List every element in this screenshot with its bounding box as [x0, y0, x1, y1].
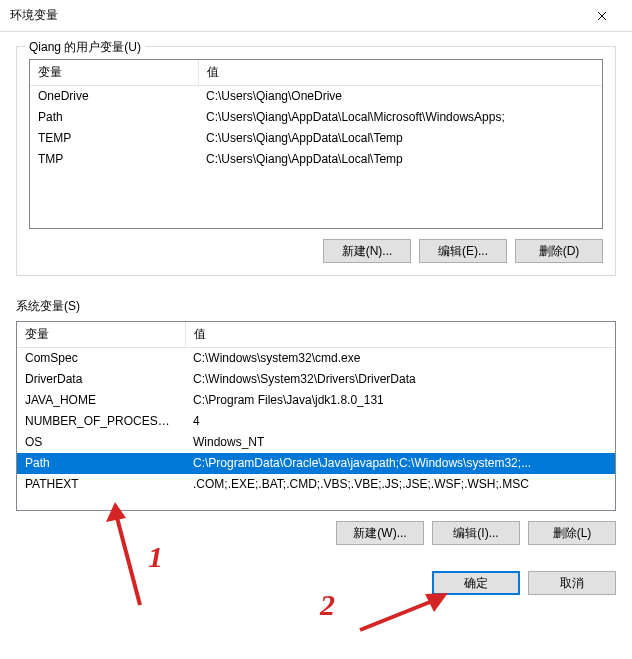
table-row[interactable]: ComSpecC:\Windows\system32\cmd.exe — [17, 348, 615, 370]
table-row[interactable]: OneDriveC:\Users\Qiang\OneDrive — [30, 86, 602, 108]
user-edit-button[interactable]: 编辑(E)... — [419, 239, 507, 263]
user-delete-button[interactable]: 删除(D) — [515, 239, 603, 263]
close-button[interactable] — [580, 0, 624, 31]
table-cell: TMP — [30, 149, 198, 170]
table-cell: TEMP — [30, 128, 198, 149]
user-vars-label: Qiang 的用户变量(U) — [25, 39, 145, 56]
col-header-value[interactable]: 值 — [185, 322, 615, 348]
system-edit-button[interactable]: 编辑(I)... — [432, 521, 520, 545]
table-cell: C:\Program Files\Java\jdk1.8.0_131 — [185, 390, 615, 411]
table-row[interactable]: PathC:\ProgramData\Oracle\Java\javapath;… — [17, 453, 615, 474]
table-row[interactable]: TEMPC:\Users\Qiang\AppData\Local\Temp — [30, 128, 602, 149]
svg-marker-1 — [425, 593, 448, 612]
window-title: 环境变量 — [10, 7, 580, 24]
table-cell: C:\Users\Qiang\AppData\Local\Temp — [198, 128, 602, 149]
system-new-button[interactable]: 新建(W)... — [336, 521, 424, 545]
table-cell: C:\ProgramData\Oracle\Java\javapath;C:\W… — [185, 453, 615, 474]
table-row[interactable]: OSWindows_NT — [17, 432, 615, 453]
table-cell: Path — [17, 453, 185, 474]
table-cell: C:\Windows\system32\cmd.exe — [185, 348, 615, 370]
table-row[interactable]: NUMBER_OF_PROCESSORS4 — [17, 411, 615, 432]
cancel-button[interactable]: 取消 — [528, 571, 616, 595]
table-row[interactable]: JAVA_HOMEC:\Program Files\Java\jdk1.8.0_… — [17, 390, 615, 411]
user-new-button[interactable]: 新建(N)... — [323, 239, 411, 263]
ok-button[interactable]: 确定 — [432, 571, 520, 595]
table-cell: PATHEXT — [17, 474, 185, 495]
table-cell: OneDrive — [30, 86, 198, 108]
table-cell: DriverData — [17, 369, 185, 390]
table-cell: Windows_NT — [185, 432, 615, 453]
table-cell: C:\Users\Qiang\AppData\Local\Microsoft\W… — [198, 107, 602, 128]
table-cell: ComSpec — [17, 348, 185, 370]
table-cell: C:\Windows\System32\Drivers\DriverData — [185, 369, 615, 390]
table-cell: C:\Users\Qiang\OneDrive — [198, 86, 602, 108]
user-vars-table-container[interactable]: 变量 值 OneDriveC:\Users\Qiang\OneDrivePath… — [29, 59, 603, 229]
col-header-value[interactable]: 值 — [198, 60, 602, 86]
table-cell: Path — [30, 107, 198, 128]
system-vars-group: 变量 值 ComSpecC:\Windows\system32\cmd.exeD… — [16, 321, 616, 545]
col-header-variable[interactable]: 变量 — [17, 322, 185, 348]
system-vars-label: 系统变量(S) — [16, 298, 616, 315]
close-icon — [597, 11, 607, 21]
table-cell: NUMBER_OF_PROCESSORS — [17, 411, 185, 432]
system-vars-table: 变量 值 ComSpecC:\Windows\system32\cmd.exeD… — [17, 322, 615, 495]
table-cell: .COM;.EXE;.BAT;.CMD;.VBS;.VBE;.JS;.JSE;.… — [185, 474, 615, 495]
titlebar: 环境变量 — [0, 0, 632, 32]
col-header-variable[interactable]: 变量 — [30, 60, 198, 86]
table-row[interactable]: DriverDataC:\Windows\System32\Drivers\Dr… — [17, 369, 615, 390]
table-row[interactable]: PathC:\Users\Qiang\AppData\Local\Microso… — [30, 107, 602, 128]
user-vars-group: Qiang 的用户变量(U) 变量 值 OneDriveC:\Users\Qia… — [16, 46, 616, 276]
system-delete-button[interactable]: 删除(L) — [528, 521, 616, 545]
table-cell: 4 — [185, 411, 615, 432]
table-cell: JAVA_HOME — [17, 390, 185, 411]
table-cell: OS — [17, 432, 185, 453]
table-row[interactable]: PATHEXT.COM;.EXE;.BAT;.CMD;.VBS;.VBE;.JS… — [17, 474, 615, 495]
table-row[interactable]: TMPC:\Users\Qiang\AppData\Local\Temp — [30, 149, 602, 170]
system-vars-table-container[interactable]: 变量 值 ComSpecC:\Windows\system32\cmd.exeD… — [16, 321, 616, 511]
table-cell: C:\Users\Qiang\AppData\Local\Temp — [198, 149, 602, 170]
user-vars-table: 变量 值 OneDriveC:\Users\Qiang\OneDrivePath… — [30, 60, 602, 170]
